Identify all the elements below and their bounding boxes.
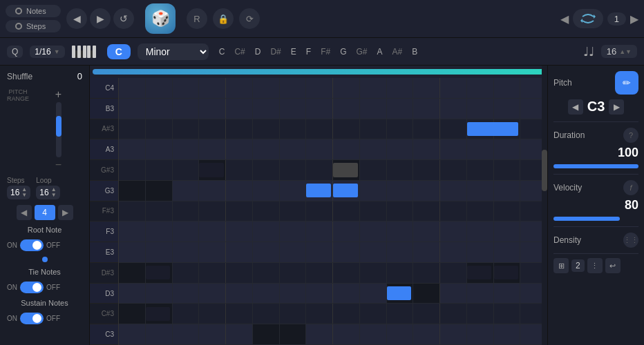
grid-cell[interactable] (333, 304, 360, 324)
note-asharp[interactable]: A# (389, 46, 406, 58)
grid-cell[interactable] (306, 324, 333, 344)
sync-button[interactable]: ⟳ (239, 8, 260, 29)
quantize-value[interactable]: 1/16 ▼ (30, 46, 64, 58)
grid-cell[interactable] (119, 78, 146, 98)
grid-cell[interactable] (333, 201, 360, 221)
grid-cell[interactable] (494, 78, 521, 98)
grid-cell[interactable] (440, 78, 467, 98)
grid-cell[interactable] (253, 139, 280, 159)
grid-cell[interactable] (387, 181, 414, 201)
note-c[interactable]: C (216, 46, 229, 58)
grid-cell[interactable] (440, 221, 467, 241)
grid-cell[interactable] (253, 221, 280, 241)
grid-cell[interactable] (146, 201, 173, 221)
grid-cell[interactable] (440, 181, 467, 201)
duration-icon-button[interactable]: ? (623, 128, 638, 143)
pitch-down-button[interactable]: ◀ (568, 99, 583, 115)
grid-cell[interactable] (226, 324, 253, 344)
grid-cell[interactable] (173, 201, 200, 221)
grid-cell[interactable] (253, 242, 280, 262)
note-block[interactable] (333, 163, 358, 177)
grid-cell[interactable] (226, 304, 253, 324)
grid-cell[interactable] (467, 181, 494, 201)
grid-cell[interactable] (413, 284, 440, 304)
grid-cell[interactable] (173, 119, 200, 139)
grid-cell[interactable] (173, 242, 200, 262)
grid-area[interactable] (119, 78, 547, 345)
grid-cell[interactable] (413, 181, 440, 201)
grid-cell[interactable] (280, 242, 307, 262)
grid-cell[interactable] (146, 139, 173, 159)
grid-row[interactable] (119, 263, 547, 284)
grid-cell[interactable] (173, 324, 200, 344)
note-fsharp[interactable]: F# (317, 46, 334, 58)
grid-cell[interactable] (199, 201, 226, 221)
note-block[interactable] (199, 163, 224, 177)
grid-cell[interactable] (226, 263, 253, 283)
grid-cell[interactable] (146, 284, 173, 304)
bottom-dots-button[interactable]: ⋮ (587, 258, 603, 273)
grid-cell[interactable] (173, 139, 200, 159)
grid-row[interactable] (119, 160, 547, 181)
grid-cell[interactable] (280, 119, 307, 139)
note-gsharp[interactable]: G# (353, 46, 371, 58)
grid-cell[interactable] (413, 304, 440, 324)
grid-cell[interactable] (387, 221, 414, 241)
grid-cell[interactable] (467, 78, 494, 98)
grid-cell[interactable] (360, 242, 387, 262)
grid-cell[interactable] (413, 139, 440, 159)
grid-cell[interactable] (146, 181, 173, 201)
nav-back-button[interactable]: ↺ (113, 8, 134, 29)
grid-cell[interactable] (467, 242, 494, 262)
grid-cell[interactable] (387, 139, 414, 159)
grid-cell[interactable] (333, 99, 360, 119)
grid-cell[interactable] (253, 284, 280, 304)
grid-cell[interactable] (494, 284, 521, 304)
grid-cell[interactable] (494, 139, 521, 159)
pitch-edit-button[interactable]: ✏ (615, 71, 638, 95)
note-b[interactable]: B (408, 46, 421, 58)
grid-cell[interactable] (494, 201, 521, 221)
grid-cell[interactable] (413, 201, 440, 221)
grid-cell[interactable] (173, 99, 200, 119)
grid-cell[interactable] (253, 181, 280, 201)
velocity-icon-button[interactable]: f (623, 180, 638, 195)
grid-cell[interactable] (494, 304, 521, 324)
grid-cell[interactable] (173, 284, 200, 304)
pitch-up-button[interactable]: ▶ (609, 99, 624, 115)
pitch-plus-button[interactable]: + (35, 88, 82, 101)
steps-down-button[interactable]: ▼ (21, 193, 27, 198)
grid-row[interactable] (119, 304, 547, 324)
grid-cell[interactable] (333, 324, 360, 344)
grid-cell[interactable] (306, 99, 333, 119)
grid-cell[interactable] (387, 201, 414, 221)
grid-cell[interactable] (226, 99, 253, 119)
grid-cell[interactable] (360, 160, 387, 180)
grid-cell[interactable] (253, 119, 280, 139)
grid-cell[interactable] (173, 221, 200, 241)
scale-select[interactable]: Minor Major Pentatonic Blues (138, 43, 209, 60)
grid-cell[interactable] (146, 221, 173, 241)
grid-cell[interactable] (226, 181, 253, 201)
grid-cell[interactable] (199, 99, 226, 119)
lock-button[interactable]: 🔒 (213, 8, 234, 29)
note-block[interactable] (333, 184, 358, 197)
grid-cell[interactable] (494, 221, 521, 241)
grid-cell[interactable] (306, 221, 333, 241)
grid-cell[interactable] (413, 99, 440, 119)
grid-cell[interactable] (360, 284, 387, 304)
grid-cell[interactable] (119, 119, 146, 139)
grid-cell[interactable] (440, 263, 467, 283)
grid-cell[interactable] (280, 284, 307, 304)
grid-cell[interactable] (333, 263, 360, 283)
sustain-toggle[interactable] (20, 313, 44, 324)
grid-row[interactable] (119, 181, 547, 201)
note-block[interactable] (387, 286, 412, 300)
grid-cell[interactable] (280, 99, 307, 119)
grid-cell[interactable] (280, 160, 307, 180)
grid-cell[interactable] (226, 119, 253, 139)
grid-cell[interactable] (387, 160, 414, 180)
nav-small-next[interactable]: ▶ (58, 205, 73, 220)
grid-cell[interactable] (199, 181, 226, 201)
pitch-slider[interactable] (56, 102, 61, 157)
